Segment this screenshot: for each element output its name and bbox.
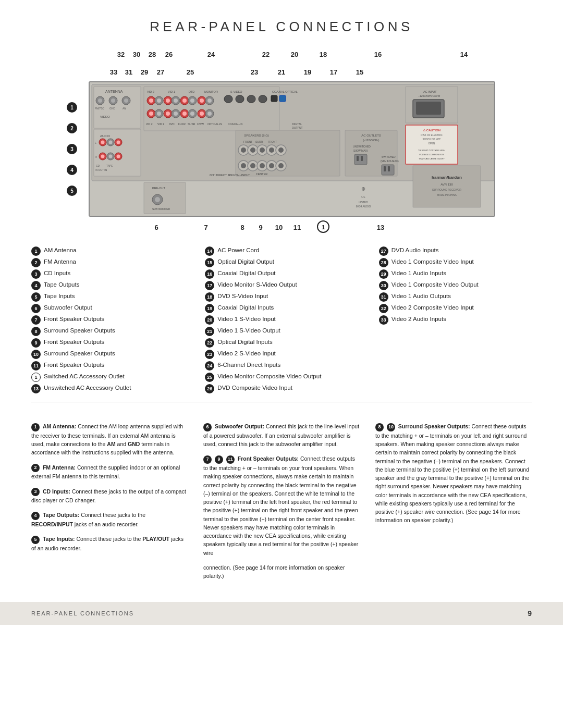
legend-num-33: 33 [379,315,388,325]
svg-text:AC OUTLETS: AC OUTLETS [361,134,381,137]
left-label-4: 4 [67,165,77,175]
svg-rect-149 [416,102,441,115]
legend-text-12: Switched AC Accessory Outlet [44,372,125,380]
svg-text:DIGITAL: DIGITAL [292,122,302,126]
legend-item-7: 7 Front Speaker Outputs [31,315,184,325]
desc-badge-1: 1 [31,423,40,431]
svg-point-25 [98,98,102,103]
svg-text:19: 19 [304,68,311,76]
legend-num-29: 29 [379,269,388,279]
desc-badge-4: 4 [31,512,40,520]
svg-text:OPEN: OPEN [429,142,435,145]
legend-text-2: FM Antenna [44,257,76,266]
legend-text-33: Video 2 Audio Inputs [391,315,446,323]
desc-para-3: 3 CD Inputs: Connect these jacks to the … [31,487,188,505]
svg-text:24: 24 [207,51,215,58]
legend-text-19: Coaxial Digital Inputs [217,303,274,312]
desc-badge-10: 10 [387,423,395,431]
svg-point-94 [207,112,212,116]
svg-point-116 [260,147,265,153]
page-title: REAR-PANEL CONNECTIONS [0,0,563,45]
legend-item-6: 6 Subwoofer Output [31,303,184,313]
svg-point-47 [109,155,113,158]
legend-num-16: 16 [205,269,214,279]
svg-text:VID 2: VID 2 [146,122,153,126]
svg-text:THAT CAN CAUSE INJURY: THAT CAN CAUSE INJURY [419,157,445,160]
svg-text:DTD: DTD [189,90,194,93]
svg-text:9: 9 [259,224,262,231]
svg-point-112 [241,147,246,153]
legend-item-30: 30 Video 1 Composite Video Output [379,280,532,290]
legend-text-20: Video 1 S-Video Input [217,315,275,323]
svg-text:SURROUND RECEIVER: SURROUND RECEIVER [432,188,461,191]
desc-para-1: 1 AM Antenna: Connect the AM loop antenn… [31,422,188,457]
footer-bar: REAR-PANEL CONNECTIONS 9 [0,602,563,625]
legend-text-32: Video 2 Composite Video Input [391,303,474,312]
legend-text-11: Front Speaker Outputs [44,361,104,369]
svg-point-128 [269,163,274,168]
svg-point-86 [174,112,178,116]
svg-text:30: 30 [133,51,140,58]
svg-text:R: R [95,155,97,158]
svg-text:harman/kardon: harman/kardon [432,175,462,180]
legend-text-25: Video Monitor Composite Video Output [217,372,321,380]
legend-text-27: DVD Audio Inputs [391,246,439,254]
svg-point-42 [117,141,120,144]
legend-text-17: Video Monitor S-Video Output [217,280,297,289]
desc-badge-2: 2 [31,464,40,472]
svg-text:FRONT: FRONT [243,140,252,143]
svg-text:31: 31 [125,68,132,76]
legend-col-3: 27 DVD Audio Inputs 28 Video 1 Composite… [379,246,532,393]
separator-line [31,402,532,402]
legend-text-16: Coaxial Digital Output [217,269,275,277]
svg-point-63 [166,98,170,103]
desc-badge-8: 8 [375,423,384,431]
svg-text:THIS UNIT CONTAINS HIGH: THIS UNIT CONTAINS HIGH [418,149,445,152]
legend-num-15: 15 [205,258,214,267]
svg-text:VID 1: VID 1 [168,90,175,93]
left-label-1: 1 [67,102,77,113]
svg-point-118 [269,147,274,153]
legend-text-24: 6-Channel Direct Inputs [217,361,280,369]
legend-text-14: AC Power Cord [217,246,259,254]
svg-text:®: ® [362,187,365,192]
legend-num-11: 11 [31,361,41,371]
svg-text:18: 18 [320,51,327,58]
svg-rect-143 [384,166,386,171]
legend-item-17: 17 Video Monitor S-Video Output [205,280,358,290]
legend-item-20: 20 Video 1 S-Video Input [205,315,358,325]
legend-num-1: 1 [31,246,41,256]
legend-item-14: 14 AC Power Cord [205,246,358,256]
left-label-2: 2 [67,123,77,133]
legend-item-22: 22 Optical Digital Inputs [205,338,358,348]
legend-text-9: Front Speaker Outputs [44,338,104,346]
svg-text:⚠ CAUTION: ⚠ CAUTION [423,129,440,132]
svg-text:SURR: SURR [255,140,263,143]
svg-text:SL/SR: SL/SR [188,122,195,126]
svg-text:FRONT: FRONT [268,140,277,143]
legend-item-11: 11 Front Speaker Outputs [31,361,184,371]
svg-rect-150 [413,166,481,207]
svg-point-92 [200,112,204,116]
legend-text-29: Video 1 Audio Inputs [391,269,446,277]
legend-col-2: 14 AC Power Cord 15 Optical Digital Outp… [205,246,358,393]
svg-text:~120V/60Hz 300W: ~120V/60Hz 300W [418,94,440,97]
legend-item-26: 26 DVD Composite Video Input [205,384,358,393]
legend-item-10: 10 Surround Speaker Outputs [31,349,184,359]
left-label-3: 3 [67,144,77,154]
svg-point-90 [190,112,194,116]
svg-point-126 [260,163,265,168]
left-label-5: 5 [67,186,77,196]
legend-num-12-outline: 1 [31,373,41,382]
svg-text:RISK OF ELECTRIC: RISK OF ELECTRIC [421,134,443,137]
svg-rect-97 [279,95,286,102]
desc-para-6: 6 Subwoofer Output: Connect this jack to… [203,422,360,448]
svg-rect-78 [259,95,267,103]
legend-item-2: 2 FM Antenna [31,257,184,267]
svg-text:1: 1 [322,224,325,230]
svg-text:L: L [95,141,96,144]
legend-text-26: DVD Composite Video Input [217,384,292,392]
svg-text:FM/75Ω: FM/75Ω [95,107,104,110]
svg-text:SHOCK DO NOT: SHOCK DO NOT [423,138,441,141]
svg-text:DIGITAL-INPUT: DIGITAL-INPUT [229,174,250,177]
